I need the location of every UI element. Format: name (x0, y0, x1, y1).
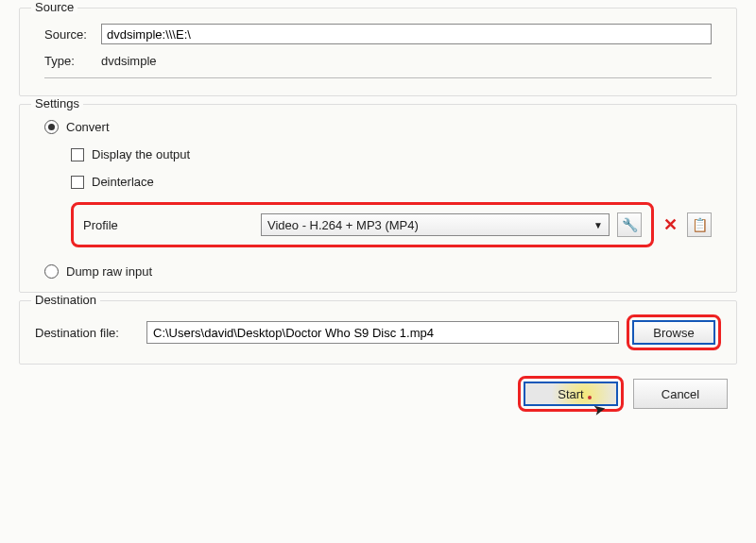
chevron-down-icon: ▼ (593, 220, 603, 230)
browse-label: Browse (653, 326, 694, 340)
source-divider (44, 77, 712, 78)
settings-group-title: Settings (31, 96, 83, 110)
destination-file-input[interactable] (146, 321, 619, 344)
new-profile-button[interactable]: 📋 (687, 212, 712, 237)
list-icon: 📋 (692, 217, 708, 232)
browse-button[interactable]: Browse (632, 320, 715, 345)
dialog-footer: Start ➤ Cancel (19, 376, 737, 412)
start-highlight: Start ➤ (518, 376, 624, 412)
edit-profile-button[interactable]: 🔧 (617, 212, 642, 237)
deinterlace-label: Deinterlace (92, 175, 154, 189)
destination-file-label: Destination file: (35, 326, 139, 340)
checkbox-icon (71, 176, 84, 189)
profile-dropdown[interactable]: Video - H.264 + MP3 (MP4) ▼ (261, 213, 610, 236)
convert-radio[interactable]: Convert (44, 120, 712, 134)
wrench-icon: 🔧 (622, 217, 638, 232)
start-button[interactable]: Start (524, 382, 618, 406)
dump-raw-radio[interactable]: Dump raw input (44, 264, 712, 279)
cancel-label: Cancel (662, 387, 699, 401)
display-output-checkbox[interactable]: Display the output (71, 147, 712, 161)
profile-highlight: Profile Video - H.264 + MP3 (MP4) ▼ 🔧 (71, 202, 654, 247)
profile-value: Video - H.264 + MP3 (MP4) (267, 218, 419, 232)
source-label: Source: (44, 27, 101, 42)
type-label: Type: (44, 54, 101, 68)
settings-group: Settings Convert Display the output Dein… (19, 104, 737, 293)
source-input[interactable] (101, 24, 712, 44)
type-value: dvdsimple (101, 54, 712, 68)
start-label: Start (558, 387, 583, 401)
checkbox-icon (71, 148, 84, 161)
source-group: Source Source: Type: dvdsimple (19, 8, 737, 96)
radio-icon (44, 120, 59, 134)
browse-highlight: Browse (627, 314, 721, 350)
delete-profile-button[interactable]: ✕ (660, 214, 681, 235)
convert-label: Convert (66, 120, 110, 134)
destination-group: Destination Destination file: Browse (19, 300, 737, 365)
dump-label: Dump raw input (66, 264, 152, 279)
click-dot-icon (588, 396, 592, 399)
source-group-title: Source (31, 0, 77, 14)
radio-icon (44, 264, 59, 279)
cancel-button[interactable]: Cancel (633, 379, 728, 409)
profile-label: Profile (83, 218, 253, 232)
deinterlace-checkbox[interactable]: Deinterlace (71, 175, 712, 189)
destination-group-title: Destination (31, 293, 100, 307)
display-output-label: Display the output (92, 147, 190, 161)
